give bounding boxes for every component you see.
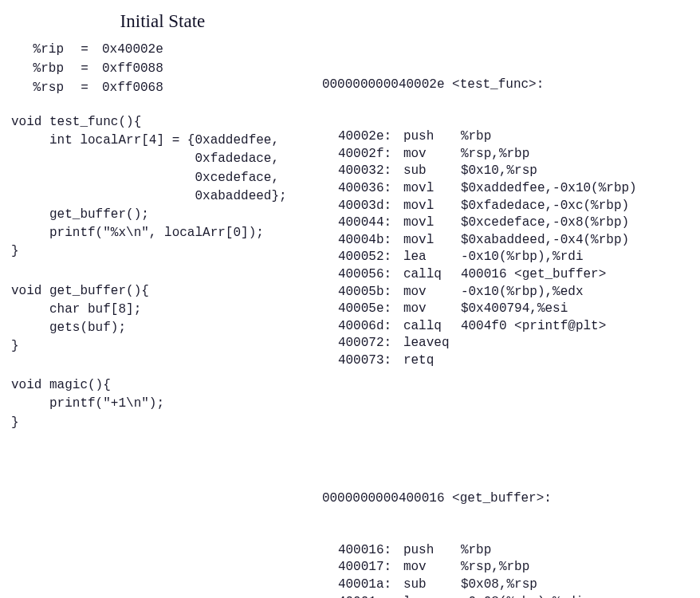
asm-addr: 400073: — [322, 352, 403, 370]
asm-addr: 40001a: — [322, 576, 403, 594]
source-line: printf("+1\n"); — [11, 395, 314, 413]
asm-mnemonic: movl — [403, 180, 461, 198]
register-row: %rbp = 0xff0088 — [11, 59, 314, 78]
asm-row: 400044:movl$0xcedeface,-0x8(%rbp) — [322, 214, 692, 232]
asm-addr: 400052: — [322, 249, 403, 266]
source-line: void magic(){ — [11, 376, 314, 395]
asm-operands — [461, 335, 692, 352]
asm-mnemonic: leaveq — [403, 335, 461, 352]
asm-get-buffer: 0000000000400016 <get_buffer>: 400016:pu… — [322, 456, 692, 598]
asm-addr: 400017: — [322, 559, 403, 576]
asm-row: 40002f:mov%rsp,%rbp — [322, 146, 692, 163]
asm-addr: 400016: — [322, 542, 403, 560]
asm-row: 400032:sub$0x10,%rsp — [322, 163, 692, 180]
asm-addr: 40004b: — [322, 232, 403, 250]
register-name: %rbp — [11, 59, 75, 78]
right-column: 000000000040002e <test_func>: 40002e:pus… — [322, 0, 700, 598]
asm-addr: 40005b: — [322, 284, 403, 301]
source-line: int localArr[4] = {0xaddedfee, — [11, 132, 314, 150]
asm-addr: 40002e: — [322, 128, 403, 146]
register-value: 0x40002e — [94, 40, 190, 59]
asm-operands: %rsp,%rbp — [461, 146, 692, 163]
asm-header: 0000000000400016 <get_buffer>: — [322, 490, 692, 508]
equals-sign: = — [75, 40, 94, 59]
asm-mnemonic: sub — [403, 576, 461, 594]
asm-mnemonic: mov — [403, 301, 461, 318]
source-line: char buf[8]; — [11, 301, 314, 319]
asm-mnemonic: callq — [403, 318, 461, 336]
asm-operands: 400016 <get_buffer> — [461, 266, 692, 284]
source-magic: void magic(){ printf("+1\n");} — [11, 376, 314, 432]
asm-test-func: 000000000040002e <test_func>: 40002e:pus… — [322, 42, 692, 403]
asm-row: 40005e:mov$0x400794,%esi — [322, 301, 692, 318]
equals-sign: = — [75, 78, 94, 97]
asm-mnemonic: movl — [403, 214, 461, 232]
asm-operands: $0x10,%rsp — [461, 163, 692, 180]
left-column: Initial State %rip = 0x40002e %rbp = 0xf… — [0, 0, 322, 598]
asm-addr: 400032: — [322, 163, 403, 180]
asm-operands: 4004f0 <printf@plt> — [461, 318, 692, 336]
asm-mnemonic: sub — [403, 163, 461, 180]
source-line: printf("%x\n", localArr[0]); — [11, 224, 314, 242]
asm-operands: %rbp — [461, 128, 692, 146]
asm-operands: %rbp — [461, 542, 692, 560]
register-row: %rsp = 0xff0068 — [11, 78, 314, 97]
asm-addr: 40002f: — [322, 146, 403, 163]
asm-mnemonic: mov — [403, 146, 461, 163]
asm-addr: 40006d: — [322, 318, 403, 336]
asm-mnemonic: lea — [403, 594, 461, 598]
asm-addr: 400072: — [322, 335, 403, 352]
asm-addr: 40003d: — [322, 198, 403, 215]
asm-row: 40001a:sub$0x08,%rsp — [322, 576, 692, 594]
source-line: } — [11, 337, 314, 356]
asm-mnemonic: push — [403, 542, 461, 560]
source-line: } — [11, 414, 314, 432]
asm-addr: 40001e: — [322, 594, 403, 598]
asm-row: 40001e:lea-0x08(%rbp),%rdi — [322, 594, 692, 598]
asm-header: 000000000040002e <test_func>: — [322, 77, 692, 94]
asm-operands: %rsp,%rbp — [461, 559, 692, 576]
source-line: get_buffer(); — [11, 206, 314, 224]
asm-mnemonic: movl — [403, 232, 461, 250]
asm-addr: 400056: — [322, 266, 403, 284]
asm-row: 400017:mov%rsp,%rbp — [322, 559, 692, 576]
asm-row: 40002e:push%rbp — [322, 128, 692, 146]
source-line: } — [11, 242, 314, 261]
asm-row: 400056:callq400016 <get_buffer> — [322, 266, 692, 284]
source-line: 0xfadedace, — [11, 150, 314, 168]
asm-operands: $0xcedeface,-0x8(%rbp) — [461, 214, 692, 232]
asm-operands: $0xabaddeed,-0x4(%rbp) — [461, 232, 692, 250]
source-test-func: void test_func(){ int localArr[4] = {0xa… — [11, 113, 314, 262]
asm-mnemonic: push — [403, 128, 461, 146]
asm-row: 400072:leaveq — [322, 335, 692, 352]
source-line: void test_func(){ — [11, 113, 314, 132]
register-row: %rip = 0x40002e — [11, 40, 314, 59]
register-value: 0xff0068 — [94, 78, 190, 97]
asm-mnemonic: movl — [403, 198, 461, 215]
asm-addr: 400044: — [322, 214, 403, 232]
asm-mnemonic: callq — [403, 266, 461, 284]
asm-operands — [461, 352, 692, 370]
asm-mnemonic: mov — [403, 284, 461, 301]
asm-row: 400052:lea-0x10(%rbp),%rdi — [322, 249, 692, 266]
source-get-buffer: void get_buffer(){ char buf[8]; gets(buf… — [11, 282, 314, 356]
asm-operands: $0x400794,%esi — [461, 301, 692, 318]
source-line: gets(buf); — [11, 319, 314, 337]
asm-operands: -0x10(%rbp),%edx — [461, 284, 692, 301]
equals-sign: = — [75, 59, 94, 78]
register-name: %rip — [11, 40, 75, 59]
asm-row: 400016:push%rbp — [322, 542, 692, 560]
asm-mnemonic: retq — [403, 352, 461, 370]
asm-row: 40005b:mov-0x10(%rbp),%edx — [322, 284, 692, 301]
source-line: void get_buffer(){ — [11, 282, 314, 301]
asm-row: 40003d:movl$0xfadedace,-0xc(%rbp) — [322, 198, 692, 215]
asm-row: 400036:movl$0xaddedfee,-0x10(%rbp) — [322, 180, 692, 198]
register-value: 0xff0088 — [94, 59, 190, 78]
asm-operands: $0xfadedace,-0xc(%rbp) — [461, 198, 692, 215]
asm-operands: -0x08(%rbp),%rdi — [461, 594, 692, 598]
asm-addr: 40005e: — [322, 301, 403, 318]
asm-mnemonic: mov — [403, 559, 461, 576]
asm-mnemonic: lea — [403, 249, 461, 266]
source-line: 0xabaddeed}; — [11, 187, 314, 206]
asm-row: 400073:retq — [322, 352, 692, 370]
